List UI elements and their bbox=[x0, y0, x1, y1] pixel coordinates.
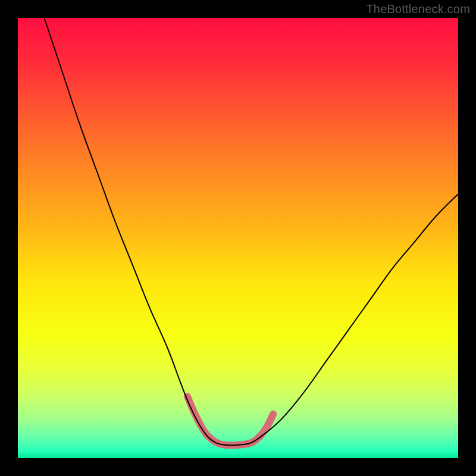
chart-frame: TheBottleneck.com bbox=[0, 0, 476, 476]
plot-area bbox=[18, 18, 458, 458]
curve-line bbox=[44, 18, 458, 445]
trough-highlight bbox=[187, 396, 273, 445]
curve-layer bbox=[18, 18, 458, 458]
watermark-text: TheBottleneck.com bbox=[366, 2, 470, 16]
